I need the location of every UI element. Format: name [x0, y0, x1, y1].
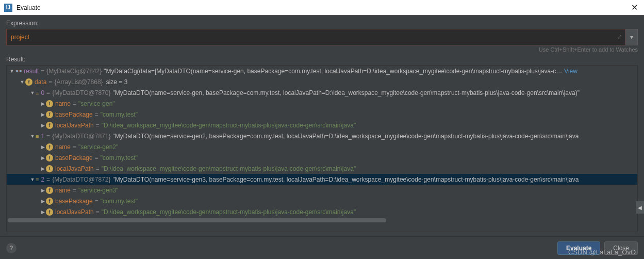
field-label: localJavaPath — [55, 165, 94, 172]
tree-row-field[interactable]: ▶ f basePackage = "com.my.test" — [7, 109, 637, 120]
expression-input[interactable]: project ⤢ — [6, 29, 625, 45]
tree-row-field[interactable]: ▶ f basePackage = "com.my.test" — [7, 152, 637, 163]
equals: = — [73, 143, 76, 151]
glasses-icon: 👓 — [15, 68, 23, 75]
chevron-down-icon[interactable]: ▼ — [29, 134, 36, 139]
tree-row-field[interactable]: ▶ f name = "service-gen2" — [7, 141, 637, 152]
var-name: result — [24, 68, 39, 75]
side-chevron-icon[interactable]: ◀ — [636, 201, 644, 214]
field-label: name — [55, 143, 71, 151]
equals: = — [46, 176, 50, 183]
hint-text: Use Ctrl+Shift+Enter to add to Watches — [6, 46, 638, 53]
item-value: "MyDataDTO(name=service-gen2, basePackag… — [112, 133, 579, 140]
expression-row: project ⤢ ▾ — [6, 29, 638, 45]
equals: = — [96, 122, 100, 129]
item-value: "MyDataDTO(name=service-gen3, basePackag… — [112, 176, 579, 183]
view-link[interactable]: View — [564, 68, 577, 75]
app-icon: IJ — [4, 4, 12, 12]
field-value: "D:\idea_workspace_mygitee\code-gen\maps… — [102, 122, 356, 129]
tree-row-field[interactable]: ▶ f localJavaPath = "D:\idea_workspace_m… — [7, 163, 637, 174]
titlebar: IJ Evaluate ✕ — [0, 0, 644, 15]
chevron-down-icon[interactable]: ▼ — [29, 90, 36, 95]
tree-row-result[interactable]: ▼ 👓 result = {MyDataCfg@7842} "MyDataCfg… — [7, 66, 637, 76]
field-value: "D:\idea_workspace_mygitee\code-gen\maps… — [102, 165, 356, 172]
result-label: Result: — [6, 56, 638, 63]
chevron-right-icon[interactable]: ▶ — [40, 101, 46, 106]
field-icon: f — [46, 154, 53, 161]
chevron-right-icon[interactable]: ▶ — [40, 144, 46, 150]
tree-row-data[interactable]: ▼ f data = {ArrayList@7868} size = 3 — [7, 76, 637, 87]
item-type: {MyDataDTO@7870} — [52, 89, 110, 96]
tree-row-item[interactable]: ▼ ≡ 1 = {MyDataDTO@7871} "MyDataDTO(name… — [7, 131, 637, 141]
equals-icon: ≡ — [36, 133, 39, 139]
field-value: "service-gen3" — [78, 187, 118, 194]
chevron-right-icon[interactable]: ▶ — [40, 199, 46, 204]
field-icon: f — [46, 122, 53, 129]
var-value: "MyDataCfg(data=[MyDataDTO(name=service-… — [104, 68, 562, 75]
item-index: 0 — [41, 89, 44, 96]
equals: = — [73, 187, 76, 194]
item-type: {MyDataDTO@7872} — [52, 176, 110, 183]
field-name: data — [35, 78, 46, 86]
chevron-right-icon[interactable]: ▶ — [40, 188, 46, 193]
field-label: name — [55, 187, 71, 194]
equals: = — [46, 89, 50, 96]
chevron-down-icon[interactable]: ▼ — [19, 79, 25, 85]
item-type: {MyDataDTO@7871} — [52, 133, 110, 140]
expression-dropdown[interactable]: ▾ — [625, 29, 638, 45]
item-index: 1 — [41, 133, 44, 140]
equals: = — [41, 68, 44, 75]
expand-icon[interactable]: ⤢ — [617, 34, 622, 40]
equals: = — [73, 100, 76, 107]
field-label: localJavaPath — [55, 122, 94, 129]
chevron-right-icon[interactable]: ▶ — [40, 166, 46, 171]
equals: = — [95, 198, 98, 205]
tree-row-field[interactable]: ▶ f basePackage = "com.my.test" — [7, 196, 637, 206]
field-value: "com.my.test" — [101, 111, 138, 118]
field-label: localJavaPath — [55, 208, 94, 216]
field-label: name — [55, 100, 71, 107]
field-label: basePackage — [55, 111, 93, 118]
field-icon: f — [25, 78, 32, 86]
chevron-right-icon[interactable]: ▶ — [40, 112, 46, 117]
field-size: size = 3 — [106, 78, 128, 86]
horizontal-scrollbar[interactable] — [7, 218, 637, 223]
field-value: "service-gen" — [78, 100, 115, 107]
field-icon: f — [46, 198, 53, 205]
equals: = — [48, 78, 52, 86]
chevron-down-icon[interactable]: ▼ — [29, 177, 36, 182]
help-button[interactable]: ? — [6, 243, 16, 253]
tree-row-field[interactable]: ▶ f name = "service-gen3" — [7, 185, 637, 196]
equals: = — [95, 154, 98, 161]
chevron-right-icon[interactable]: ▶ — [40, 155, 46, 160]
field-type: {ArrayList@7868} — [54, 78, 103, 86]
equals: = — [46, 133, 50, 140]
var-type: {MyDataCfg@7842} — [46, 68, 102, 75]
chevron-down-icon[interactable]: ▼ — [9, 69, 15, 74]
chevron-right-icon[interactable]: ▶ — [40, 209, 46, 215]
tree-row-field[interactable]: ▶ f localJavaPath = "D:\idea_workspace_m… — [7, 120, 637, 131]
field-icon: f — [46, 208, 53, 216]
field-value: "service-gen2" — [78, 143, 118, 151]
window-title: Evaluate — [16, 4, 629, 11]
content-area: Expression: project ⤢ ▾ Use Ctrl+Shift+E… — [0, 15, 644, 236]
tree-row-item[interactable]: ▼ ≡ 2 = {MyDataDTO@7872} "MyDataDTO(name… — [7, 174, 637, 185]
equals: = — [95, 111, 98, 118]
equals-icon: ≡ — [36, 176, 39, 183]
expression-label: Expression: — [6, 20, 638, 27]
field-value: "D:\idea_workspace_mygitee\code-gen\maps… — [102, 208, 356, 216]
result-tree[interactable]: ▼ 👓 result = {MyDataCfg@7842} "MyDataCfg… — [6, 65, 638, 232]
field-icon: f — [46, 111, 53, 118]
tree-row-field[interactable]: ▶ f localJavaPath = "D:\idea_workspace_m… — [7, 206, 637, 217]
tree-row-item[interactable]: ▼ ≡ 0 = {MyDataDTO@7870} "MyDataDTO(name… — [7, 87, 637, 98]
field-icon: f — [46, 143, 53, 151]
close-icon[interactable]: ✕ — [629, 3, 640, 12]
footer: ? Evaluate Close — [0, 236, 644, 259]
chevron-right-icon[interactable]: ▶ — [40, 123, 46, 128]
equals-icon: ≡ — [36, 90, 39, 96]
tree-row-field[interactable]: ▶ f name = "service-gen" — [7, 98, 637, 109]
field-icon: f — [46, 187, 53, 194]
field-label: basePackage — [55, 198, 93, 205]
scrollbar-thumb[interactable] — [8, 218, 386, 222]
field-value: "com.my.test" — [101, 198, 138, 205]
